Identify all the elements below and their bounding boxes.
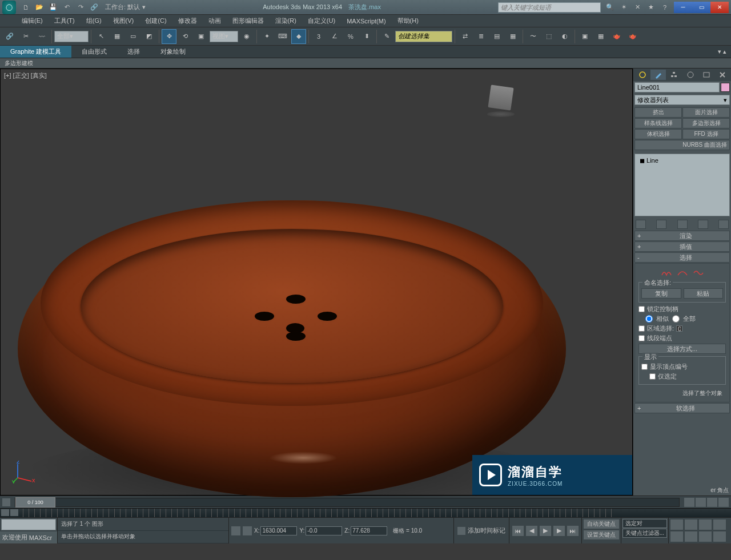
mod-btn-extrude[interactable]: 挤出 [634, 107, 682, 118]
spinner-snap-icon[interactable]: ⬍ [359, 29, 374, 44]
paste-button[interactable]: 粘贴 [684, 288, 724, 299]
fov-icon[interactable] [670, 531, 684, 542]
similar-radio[interactable] [645, 315, 653, 323]
minimize-button[interactable]: ─ [674, 2, 692, 13]
orbit-icon[interactable] [698, 531, 712, 542]
open-icon[interactable]: 📂 [33, 2, 46, 13]
cmd-tab-motion[interactable] [682, 70, 698, 80]
cmd-tab-hierarchy[interactable] [666, 70, 682, 80]
undo-icon[interactable]: ↶ [61, 2, 73, 13]
menu-create[interactable]: 创建(C) [139, 15, 172, 27]
show-end-result-icon[interactable] [656, 220, 666, 229]
menu-tools[interactable]: 工具(T) [49, 15, 81, 27]
layer-manager-icon[interactable]: ▤ [489, 29, 504, 44]
segment-subobj-icon[interactable] [677, 268, 688, 277]
maxscript-listener[interactable] [1, 519, 56, 530]
play-icon[interactable]: ▶ [539, 525, 552, 537]
link-tool-icon[interactable]: 🔗 [2, 29, 17, 44]
zoom-extents-all-icon[interactable] [713, 519, 726, 530]
zoom-all-icon[interactable] [684, 519, 698, 530]
remove-modifier-icon[interactable] [698, 220, 708, 229]
x-coord-input[interactable] [260, 526, 297, 535]
search-input[interactable] [498, 2, 601, 13]
ribbon-panel-label[interactable]: 多边形建模 [0, 58, 731, 69]
object-name-input[interactable] [634, 82, 720, 92]
menu-customize[interactable]: 自定义(U) [302, 15, 341, 27]
ribbon-tab-freeform[interactable]: 自由形式 [71, 46, 117, 58]
close-button[interactable]: ✕ [710, 2, 729, 13]
goto-start-icon[interactable]: ⏮ [512, 525, 524, 537]
curve-editor-icon[interactable]: 〜 [525, 29, 540, 44]
track-filter-icon[interactable] [1, 509, 9, 516]
sel-only-checkbox[interactable] [649, 373, 656, 380]
render-production-icon[interactable]: 🫖 [609, 29, 624, 44]
cmd-tab-utilities[interactable] [714, 70, 730, 80]
ref-coord-combo[interactable]: 视图 ▾ [210, 31, 238, 42]
menu-views[interactable]: 视图(V) [107, 15, 140, 27]
all-radio[interactable] [672, 315, 680, 323]
key-filter-button[interactable]: 关键点过滤器... [622, 529, 667, 538]
schematic-view-icon[interactable]: ⬚ [541, 29, 556, 44]
material-editor-icon[interactable]: ◐ [557, 29, 572, 44]
track-bar[interactable] [0, 508, 731, 517]
pan-icon[interactable] [684, 531, 698, 542]
cmd-tab-display[interactable] [698, 70, 714, 80]
cmd-tab-create[interactable] [634, 70, 650, 80]
pin-stack-icon[interactable] [636, 220, 646, 229]
rotate-tool-icon[interactable]: ⟲ [178, 29, 192, 44]
time-slider[interactable]: 0 / 100 [15, 498, 680, 507]
make-unique-icon[interactable] [677, 220, 688, 229]
snap-3d-icon[interactable]: 3 [311, 29, 326, 44]
window-crossing-icon[interactable]: ◩ [142, 29, 156, 44]
new-icon[interactable]: 🗋 [19, 2, 32, 13]
rollout-selection[interactable]: -选择 [634, 252, 730, 263]
mod-btn-vol-select[interactable]: 体积选择 [634, 129, 682, 139]
timeline-nav-icon[interactable] [696, 498, 706, 507]
show-vert-num-checkbox[interactable] [641, 364, 648, 370]
vertex-subobj-icon[interactable] [661, 268, 672, 277]
area-select-spinner[interactable] [676, 325, 682, 332]
ribbon-tab-graphite[interactable]: Graphite 建模工具 [0, 46, 71, 58]
unlink-tool-icon[interactable]: ✂ [18, 29, 33, 44]
track-key-icon[interactable] [10, 509, 18, 516]
redo-icon[interactable]: ↷ [74, 2, 87, 13]
add-time-tag-button[interactable]: 添加时间标记 [453, 518, 509, 543]
time-handle[interactable]: 0 / 100 [15, 497, 55, 507]
mirror-icon[interactable]: ⇄ [457, 29, 472, 44]
configure-sets-icon[interactable] [718, 220, 729, 229]
manipulate-icon[interactable]: ✦ [259, 29, 274, 44]
ribbon-collapse-icon[interactable]: ▾ ▴ [713, 48, 731, 55]
search-icon[interactable]: 🔍 [604, 2, 616, 13]
keyboard-shortcut-icon[interactable]: ⌨ [275, 29, 290, 44]
lock-selection-icon[interactable] [231, 526, 240, 535]
mod-btn-nurbs-select[interactable]: NURBS 曲面选择 [634, 140, 730, 150]
next-frame-icon[interactable]: ▶ [553, 525, 565, 537]
pivot-center-icon[interactable]: ◉ [239, 29, 254, 44]
menu-modifiers[interactable]: 修改器 [172, 15, 203, 27]
timeline-nav-icon[interactable] [718, 498, 729, 507]
prev-frame-icon[interactable]: ◀ [525, 525, 538, 537]
angle-snap-icon[interactable]: ∠ [327, 29, 342, 44]
selected-combo[interactable]: 选定对 [622, 519, 667, 528]
menu-graph[interactable]: 图形编辑器 [227, 15, 270, 27]
move-tool-icon[interactable]: ✥ [162, 29, 176, 44]
viewport[interactable]: [+] [正交] [真实] z x y 溜溜自学 ZIXUE.3 [0, 69, 633, 495]
zoom-extents-icon[interactable] [698, 519, 712, 530]
mod-btn-spline-select[interactable]: 样条线选择 [634, 118, 682, 128]
zoom-icon[interactable] [670, 519, 684, 530]
selection-filter-combo[interactable]: 全部 ▾ [54, 31, 89, 42]
mod-btn-face-select[interactable]: 面片选择 [682, 107, 730, 118]
menu-help[interactable]: 帮助(H) [392, 15, 424, 27]
render-setup-icon[interactable]: ▣ [577, 29, 592, 44]
z-coord-input[interactable] [351, 526, 387, 535]
rollout-softsel[interactable]: +软选择 [634, 403, 730, 413]
app-logo[interactable]: ◯ [2, 1, 16, 14]
isolate-icon[interactable] [243, 526, 252, 535]
modifier-list-combo[interactable]: 修改器列表▾ [634, 95, 730, 105]
timeline-toggle-icon[interactable] [2, 498, 10, 506]
autokey-button[interactable]: 自动关键点 [583, 519, 620, 529]
menu-rendering[interactable]: 渲染(R) [270, 15, 302, 27]
mod-btn-ffd-select[interactable]: FFD 选择 [682, 129, 730, 139]
bind-space-warp-icon[interactable]: 〰 [34, 29, 49, 44]
workspace-selector[interactable]: 工作台: 默认 ▾ [105, 3, 146, 11]
